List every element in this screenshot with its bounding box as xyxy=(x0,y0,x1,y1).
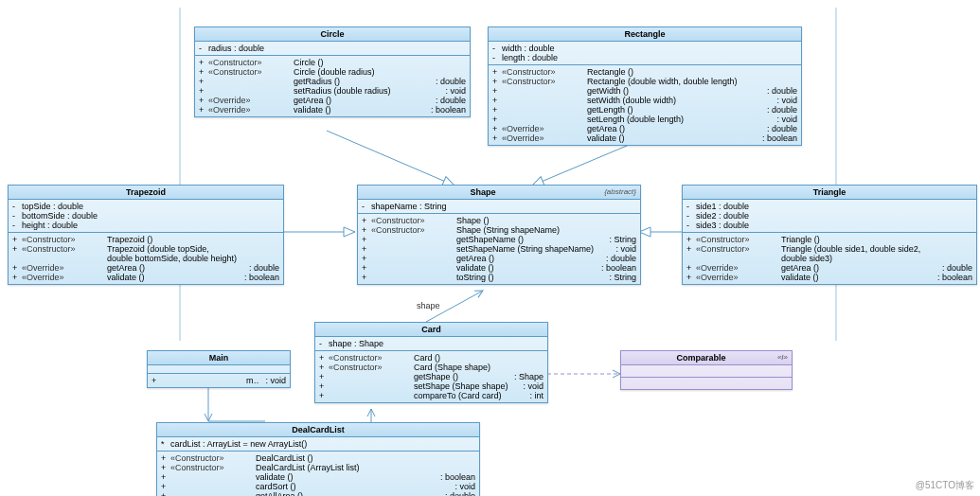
class-title: DealCardList xyxy=(157,423,479,437)
op-row: +«Constructor»Rectangle (double width, d… xyxy=(492,77,797,86)
op-row: +«Override»validate (): boolean xyxy=(12,273,279,282)
ops xyxy=(621,378,792,389)
op-row: +«Constructor»Triangle () xyxy=(686,235,972,244)
class-title: Comparable «I» xyxy=(621,351,792,365)
class-title: Main xyxy=(148,351,290,365)
op-row: +«Override»validate (): boolean xyxy=(686,273,972,282)
watermark: @51CTO博客 xyxy=(916,479,974,492)
op-row: +getAllArea (): double xyxy=(161,491,475,496)
op-row: +«Constructor»Shape (String shapeName) xyxy=(362,225,636,235)
op-row: +«Constructor»Shape () xyxy=(362,216,636,225)
attr-row: -side1 : double xyxy=(686,202,972,211)
op-row: +«Constructor»Circle () xyxy=(199,58,466,67)
op-row: +«Constructor»Card () xyxy=(319,353,543,363)
op-row: +getShape (): Shape xyxy=(319,372,543,381)
op-row: +getShapeName (): String xyxy=(362,235,636,244)
op-row: +«Constructor»Circle (double radius) xyxy=(199,67,466,77)
attrs: -shape : Shape xyxy=(315,337,547,351)
op-row: +validate (): boolean xyxy=(161,472,475,482)
class-dealcardlist: DealCardList *cardList : ArrayList = new… xyxy=(156,422,480,496)
op-row: +getArea (): double xyxy=(362,254,636,263)
interface-tag: «I» xyxy=(777,353,788,362)
title-text: Shape xyxy=(471,187,496,197)
attr-row: -side2 : double xyxy=(686,211,972,221)
class-title: Shape {abstract} xyxy=(358,186,640,200)
class-title: Rectangle xyxy=(489,27,801,42)
class-shape: Shape {abstract} -shapeName : String +«C… xyxy=(357,185,641,285)
op-row: +«Override»validate (): boolean xyxy=(199,105,466,115)
class-title: Circle xyxy=(195,27,470,42)
op-row: +validate (): boolean xyxy=(362,263,636,273)
attrs xyxy=(148,365,290,374)
class-main: Main +main (String args[]): void xyxy=(147,350,291,388)
op-row: +setWidth (double width): void xyxy=(492,96,797,105)
op-row: +«Override»getArea (): double xyxy=(492,124,797,133)
attrs: -side1 : double-side2 : double-side3 : d… xyxy=(683,200,976,233)
uml-canvas: Circle -radius : double +«Constructor»Ci… xyxy=(0,0,980,496)
op-row: +«Override»validate (): boolean xyxy=(492,133,797,143)
class-title: Triangle xyxy=(683,186,976,200)
op-row: +setShape (Shape shape): void xyxy=(319,381,543,391)
abstract-tag: {abstract} xyxy=(604,187,636,196)
op-row: +setShapeName (String shapeName): void xyxy=(362,244,636,254)
ops: +«Constructor»Triangle ()+«Constructor»T… xyxy=(683,233,976,284)
attrs: -radius : double xyxy=(195,42,470,56)
op-row: +«Constructor»Trapezoid () xyxy=(12,235,279,244)
attr-row: -radius : double xyxy=(199,44,466,53)
ops: +«Constructor»Card ()+«Constructor»Card … xyxy=(315,351,547,402)
op-row: +getWidth (): double xyxy=(492,86,797,96)
op-row: +getRadius (): double xyxy=(199,77,466,86)
class-trapezoid: Trapezoid -topSide : double-bottomSide :… xyxy=(8,185,284,285)
ops: +main (String args[]): void xyxy=(148,374,290,387)
op-row: +«Constructor»DealCardList () xyxy=(161,453,475,463)
attrs xyxy=(621,365,792,378)
ops: +«Constructor»Rectangle ()+«Constructor»… xyxy=(489,65,801,145)
op-row: +«Override»getArea (): double xyxy=(686,263,972,273)
ops: +«Constructor»Trapezoid ()+«Constructor»… xyxy=(9,233,283,284)
attr-row: -bottomSide : double xyxy=(12,211,279,221)
class-circle: Circle -radius : double +«Constructor»Ci… xyxy=(194,27,471,117)
class-title: Trapezoid xyxy=(9,186,283,200)
attr-row: -shape : Shape xyxy=(319,339,543,348)
op-row: +«Constructor»Card (Shape shape) xyxy=(319,363,543,372)
op-row: +«Constructor»DealCardList (ArrayList li… xyxy=(161,463,475,472)
attr-row: *cardList : ArrayList = new ArrayList() xyxy=(161,439,475,449)
class-rectangle: Rectangle -width : double-length : doubl… xyxy=(488,27,802,146)
op-row: +«Override»getArea (): double xyxy=(12,263,279,273)
ops: +«Constructor»DealCardList ()+«Construct… xyxy=(157,452,479,496)
attrs: *cardList : ArrayList = new ArrayList() xyxy=(157,437,479,452)
attrs: -shapeName : String xyxy=(358,200,640,214)
op-row: +main (String args[]): void xyxy=(151,376,286,385)
ops: +«Constructor»Circle ()+«Constructor»Cir… xyxy=(195,56,470,116)
op-row: +«Override»getArea (): double xyxy=(199,96,466,105)
attr-row: -width : double xyxy=(492,44,797,53)
op-row: +getLength (): double xyxy=(492,105,797,115)
op-row: +compareTo (Card card): int xyxy=(319,391,543,400)
attr-row: -side3 : double xyxy=(686,221,972,230)
role-label-shape: shape xyxy=(417,301,440,310)
op-row: double side3) xyxy=(686,254,972,263)
op-row: +setRadius (double radius): void xyxy=(199,86,466,96)
attrs: -width : double-length : double xyxy=(489,42,801,65)
op-row: +setLength (double length): void xyxy=(492,115,797,124)
op-row: double bottomSide, double height) xyxy=(12,254,279,263)
attr-row: -shapeName : String xyxy=(362,202,636,211)
op-row: +«Constructor»Rectangle () xyxy=(492,67,797,77)
class-triangle: Triangle -side1 : double-side2 : double-… xyxy=(682,185,977,285)
attr-row: -topSide : double xyxy=(12,202,279,211)
op-row: +cardSort (): void xyxy=(161,482,475,491)
op-row: +«Constructor»Trapezoid (double topSide, xyxy=(12,244,279,254)
title-text: Comparable xyxy=(676,353,725,363)
op-row: +«Constructor»Triangle (double side1, do… xyxy=(686,244,972,254)
attr-row: -height : double xyxy=(12,221,279,230)
op-row: +toString (): String xyxy=(362,273,636,282)
class-title: Card xyxy=(315,323,547,337)
interface-comparable: Comparable «I» xyxy=(620,350,793,390)
svg-line-0 xyxy=(327,131,454,186)
ops: +«Constructor»Shape ()+«Constructor»Shap… xyxy=(358,214,640,284)
class-card: Card -shape : Shape +«Constructor»Card (… xyxy=(314,322,548,403)
attrs: -topSide : double-bottomSide : double-he… xyxy=(9,200,283,233)
attr-row: -length : double xyxy=(492,53,797,62)
